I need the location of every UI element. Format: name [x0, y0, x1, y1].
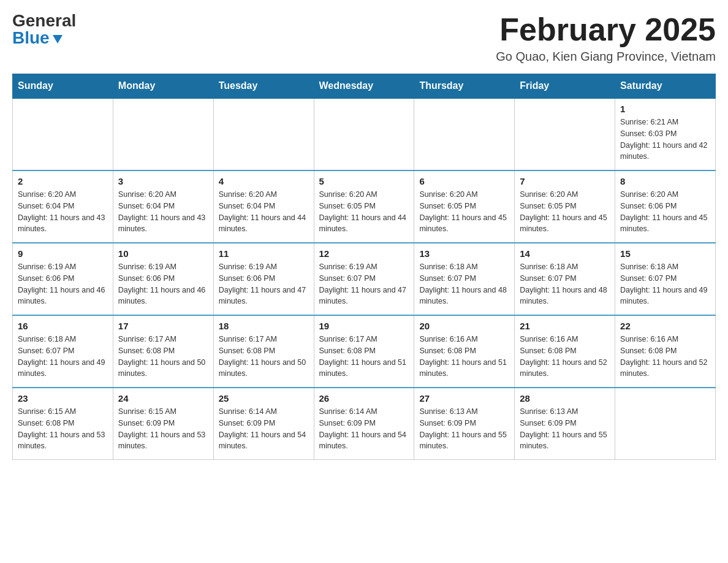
day-number: 14 — [520, 248, 610, 259]
day-info: Sunrise: 6:20 AMSunset: 6:04 PMDaylight:… — [219, 189, 309, 235]
day-info: Sunrise: 6:19 AMSunset: 6:07 PMDaylight:… — [319, 261, 409, 307]
day-info: Sunrise: 6:20 AMSunset: 6:05 PMDaylight:… — [520, 189, 610, 235]
day-number: 8 — [620, 176, 710, 186]
day-number: 18 — [219, 321, 309, 331]
day-info: Sunrise: 6:17 AMSunset: 6:08 PMDaylight:… — [219, 334, 309, 380]
calendar-week-row: 2Sunrise: 6:20 AMSunset: 6:04 PMDaylight… — [13, 170, 716, 243]
day-number: 5 — [319, 176, 409, 186]
calendar-header-sunday: Sunday — [13, 74, 113, 99]
calendar-cell — [13, 98, 113, 170]
day-info: Sunrise: 6:15 AMSunset: 6:08 PMDaylight:… — [18, 406, 108, 452]
calendar-cell: 26Sunrise: 6:14 AMSunset: 6:09 PMDayligh… — [314, 388, 414, 460]
calendar-cell: 7Sunrise: 6:20 AMSunset: 6:05 PMDaylight… — [515, 170, 615, 243]
calendar-cell: 12Sunrise: 6:19 AMSunset: 6:07 PMDayligh… — [314, 243, 414, 315]
calendar-cell: 18Sunrise: 6:17 AMSunset: 6:08 PMDayligh… — [213, 315, 314, 388]
day-info: Sunrise: 6:14 AMSunset: 6:09 PMDaylight:… — [319, 406, 409, 452]
calendar-week-row: 23Sunrise: 6:15 AMSunset: 6:08 PMDayligh… — [13, 388, 716, 460]
calendar-week-row: 1Sunrise: 6:21 AMSunset: 6:03 PMDaylight… — [13, 98, 716, 170]
calendar-cell: 11Sunrise: 6:19 AMSunset: 6:06 PMDayligh… — [213, 243, 314, 315]
day-info: Sunrise: 6:20 AMSunset: 6:04 PMDaylight:… — [18, 189, 108, 235]
day-number: 24 — [118, 393, 208, 404]
calendar-cell: 20Sunrise: 6:16 AMSunset: 6:08 PMDayligh… — [414, 315, 515, 388]
day-info: Sunrise: 6:20 AMSunset: 6:04 PMDaylight:… — [118, 189, 208, 235]
day-number: 23 — [18, 393, 108, 404]
day-number: 15 — [620, 248, 710, 259]
day-info: Sunrise: 6:18 AMSunset: 6:07 PMDaylight:… — [419, 261, 509, 307]
calendar-cell: 2Sunrise: 6:20 AMSunset: 6:04 PMDaylight… — [13, 170, 113, 243]
day-info: Sunrise: 6:20 AMSunset: 6:06 PMDaylight:… — [620, 189, 710, 235]
location: Go Quao, Kien Giang Province, Vietnam — [496, 50, 716, 64]
day-number: 2 — [18, 176, 108, 186]
calendar-cell: 10Sunrise: 6:19 AMSunset: 6:06 PMDayligh… — [113, 243, 213, 315]
svg-marker-0 — [53, 35, 63, 44]
day-info: Sunrise: 6:20 AMSunset: 6:05 PMDaylight:… — [319, 189, 409, 235]
day-number: 27 — [419, 393, 509, 404]
day-number: 9 — [18, 248, 108, 259]
calendar-cell: 14Sunrise: 6:18 AMSunset: 6:07 PMDayligh… — [515, 243, 615, 315]
day-info: Sunrise: 6:17 AMSunset: 6:08 PMDaylight:… — [118, 334, 208, 380]
day-number: 7 — [520, 176, 610, 186]
day-number: 20 — [419, 321, 509, 331]
day-number: 3 — [118, 176, 208, 186]
day-number: 10 — [118, 248, 208, 259]
month-title: February 2025 — [496, 12, 716, 47]
day-info: Sunrise: 6:18 AMSunset: 6:07 PMDaylight:… — [620, 261, 710, 307]
day-info: Sunrise: 6:16 AMSunset: 6:08 PMDaylight:… — [620, 334, 710, 380]
logo-triangle-icon — [51, 33, 64, 45]
calendar-cell — [515, 98, 615, 170]
calendar-cell — [615, 388, 716, 460]
day-info: Sunrise: 6:16 AMSunset: 6:08 PMDaylight:… — [419, 334, 509, 380]
calendar-cell: 9Sunrise: 6:19 AMSunset: 6:06 PMDaylight… — [13, 243, 113, 315]
day-number: 22 — [620, 321, 710, 331]
calendar-header-monday: Monday — [113, 74, 213, 99]
day-number: 13 — [419, 248, 509, 259]
calendar-cell — [113, 98, 213, 170]
day-info: Sunrise: 6:19 AMSunset: 6:06 PMDaylight:… — [18, 261, 108, 307]
day-info: Sunrise: 6:16 AMSunset: 6:08 PMDaylight:… — [520, 334, 610, 380]
day-number: 25 — [219, 393, 309, 404]
day-info: Sunrise: 6:20 AMSunset: 6:05 PMDaylight:… — [419, 189, 509, 235]
calendar-cell: 13Sunrise: 6:18 AMSunset: 6:07 PMDayligh… — [414, 243, 515, 315]
day-number: 12 — [319, 248, 409, 259]
calendar-cell: 22Sunrise: 6:16 AMSunset: 6:08 PMDayligh… — [615, 315, 716, 388]
calendar-cell — [213, 98, 314, 170]
calendar-cell: 3Sunrise: 6:20 AMSunset: 6:04 PMDaylight… — [113, 170, 213, 243]
calendar-week-row: 16Sunrise: 6:18 AMSunset: 6:07 PMDayligh… — [13, 315, 716, 388]
day-number: 11 — [219, 248, 309, 259]
calendar-cell: 15Sunrise: 6:18 AMSunset: 6:07 PMDayligh… — [615, 243, 716, 315]
calendar-cell: 23Sunrise: 6:15 AMSunset: 6:08 PMDayligh… — [13, 388, 113, 460]
day-info: Sunrise: 6:19 AMSunset: 6:06 PMDaylight:… — [219, 261, 309, 307]
calendar-cell — [414, 98, 515, 170]
day-info: Sunrise: 6:15 AMSunset: 6:09 PMDaylight:… — [118, 406, 208, 452]
calendar-header-wednesday: Wednesday — [314, 74, 414, 99]
title-section: February 2025 Go Quao, Kien Giang Provin… — [496, 12, 716, 64]
calendar-cell: 1Sunrise: 6:21 AMSunset: 6:03 PMDaylight… — [615, 98, 716, 170]
calendar-cell: 16Sunrise: 6:18 AMSunset: 6:07 PMDayligh… — [13, 315, 113, 388]
day-number: 28 — [520, 393, 610, 404]
day-info: Sunrise: 6:13 AMSunset: 6:09 PMDaylight:… — [520, 406, 610, 452]
day-info: Sunrise: 6:21 AMSunset: 6:03 PMDaylight:… — [620, 117, 710, 163]
day-info: Sunrise: 6:19 AMSunset: 6:06 PMDaylight:… — [118, 261, 208, 307]
calendar-cell: 19Sunrise: 6:17 AMSunset: 6:08 PMDayligh… — [314, 315, 414, 388]
calendar-table: SundayMondayTuesdayWednesdayThursdayFrid… — [12, 74, 716, 460]
calendar-week-row: 9Sunrise: 6:19 AMSunset: 6:06 PMDaylight… — [13, 243, 716, 315]
day-info: Sunrise: 6:17 AMSunset: 6:08 PMDaylight:… — [319, 334, 409, 380]
calendar-header-saturday: Saturday — [615, 74, 716, 99]
day-number: 16 — [18, 321, 108, 331]
day-number: 26 — [319, 393, 409, 404]
day-number: 17 — [118, 321, 208, 331]
day-number: 21 — [520, 321, 610, 331]
calendar-cell: 17Sunrise: 6:17 AMSunset: 6:08 PMDayligh… — [113, 315, 213, 388]
day-number: 6 — [419, 176, 509, 186]
calendar-header-row: SundayMondayTuesdayWednesdayThursdayFrid… — [13, 74, 716, 99]
calendar-header-friday: Friday — [515, 74, 615, 99]
calendar-cell: 6Sunrise: 6:20 AMSunset: 6:05 PMDaylight… — [414, 170, 515, 243]
day-info: Sunrise: 6:13 AMSunset: 6:09 PMDaylight:… — [419, 406, 509, 452]
day-number: 1 — [620, 104, 710, 114]
logo: General Blue — [12, 12, 76, 47]
calendar-cell: 5Sunrise: 6:20 AMSunset: 6:05 PMDaylight… — [314, 170, 414, 243]
calendar-cell — [314, 98, 414, 170]
day-number: 4 — [219, 176, 309, 186]
day-info: Sunrise: 6:18 AMSunset: 6:07 PMDaylight:… — [18, 334, 108, 380]
day-info: Sunrise: 6:18 AMSunset: 6:07 PMDaylight:… — [520, 261, 610, 307]
